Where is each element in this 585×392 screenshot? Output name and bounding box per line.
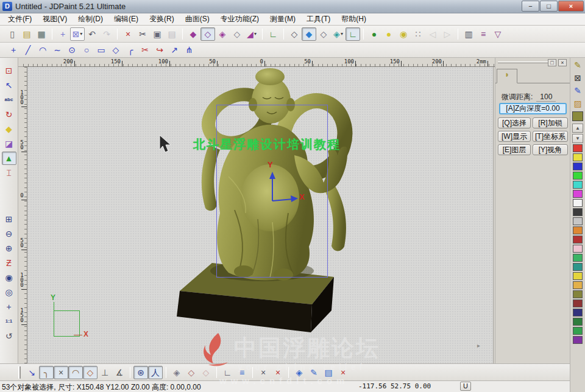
paste[interactable]: ▤	[165, 27, 179, 41]
view-shade[interactable]: ◢▾	[244, 27, 259, 41]
color-swatch-15[interactable]	[573, 281, 583, 289]
color-swatch-21[interactable]	[573, 336, 583, 344]
color-swatch-17[interactable]	[573, 299, 583, 307]
snap-center[interactable]: ◇	[184, 366, 199, 379]
color-edit[interactable]: ▨	[572, 97, 584, 110]
color-swatch-9[interactable]	[573, 226, 583, 234]
panel-button-t坐标系[interactable]: [T]坐标系	[533, 131, 568, 142]
menu-帮助H[interactable]: 帮助(H)	[336, 13, 372, 26]
rotate-view[interactable]: ↺	[2, 329, 16, 343]
multi-view[interactable]: ◈▾	[331, 27, 346, 41]
color-swatch-11[interactable]	[573, 245, 583, 253]
draw-rect[interactable]: ▭	[94, 43, 108, 57]
pick-cancel[interactable]: ×	[256, 366, 271, 379]
z-depth-button[interactable]: [A]Z向深度=0.00	[499, 103, 567, 114]
draw-ellipse[interactable]: ○	[79, 43, 94, 57]
draw-fillet[interactable]: ╭	[123, 43, 138, 57]
light-pick[interactable]: ◉	[396, 27, 411, 41]
view-solid[interactable]: ◆	[186, 27, 200, 41]
layer-manager[interactable]: ▥	[461, 27, 476, 41]
draw-circle[interactable]: ⊙	[65, 43, 79, 57]
minimize-button[interactable]: −	[522, 1, 539, 12]
redraw[interactable]: Ƶ	[2, 256, 16, 270]
color-swatch-19[interactable]	[573, 318, 583, 326]
menu-专业功能Z[interactable]: 专业功能(Z)	[215, 13, 264, 26]
align-bottom[interactable]: ∟	[220, 366, 235, 379]
copy[interactable]: ▣	[150, 27, 165, 41]
new-file[interactable]: ▯	[5, 27, 20, 41]
zoom-select[interactable]: ◎	[2, 285, 16, 299]
snap-tangent[interactable]: ◠	[68, 366, 83, 379]
toolpath-tool[interactable]: ⌶	[2, 166, 16, 180]
node-insert[interactable]: ◈	[292, 366, 307, 379]
next-view[interactable]: ▷	[440, 27, 455, 41]
menu-测量M[interactable]: 测量(M)	[264, 13, 301, 26]
panel-drag-grip[interactable]	[498, 61, 550, 63]
multi-view-dropdown[interactable]: ▾	[341, 31, 343, 37]
snap-angle[interactable]: ∡	[112, 366, 127, 379]
menu-文件F[interactable]: 文件(F)	[2, 13, 37, 26]
color-swatch-13[interactable]	[573, 263, 583, 271]
menu-编辑E[interactable]: 编辑(E)	[108, 13, 144, 26]
unit-toggle-button[interactable]: U	[460, 382, 471, 391]
text-tool[interactable]: abc	[2, 93, 16, 107]
relief-tool[interactable]: ▲	[2, 152, 16, 165]
draw-point[interactable]: +	[6, 43, 21, 57]
view-wireframe[interactable]: ◇	[200, 27, 215, 41]
smooth-tool[interactable]: ◪	[2, 137, 16, 150]
panel-button-y视角[interactable]: [Y]视角	[533, 144, 568, 155]
menu-工具T[interactable]: 工具(T)	[301, 13, 336, 26]
color-swatch-5[interactable]	[573, 190, 583, 198]
color-swatch-0[interactable]	[573, 144, 583, 152]
offset[interactable]: ↪	[152, 43, 167, 57]
menu-变换R[interactable]: 变换(R)	[144, 13, 180, 26]
panel-tab[interactable]: ◗	[497, 69, 517, 83]
snap-grid[interactable]: ⊛	[133, 366, 148, 379]
light-spot[interactable]: ●	[381, 27, 396, 41]
color-none[interactable]: ⊠	[572, 72, 584, 84]
light-main[interactable]: ●	[367, 27, 381, 41]
select-frame[interactable]: ⊠▾	[70, 27, 85, 41]
palette-scroll-down[interactable]: ▼	[572, 134, 583, 143]
color-swatch-6[interactable]	[573, 199, 583, 207]
panel-button-q选择[interactable]: [Q]选择	[498, 117, 531, 128]
node-edit-tool[interactable]: ↖	[2, 79, 16, 92]
snap-cursor[interactable]: ↘	[24, 366, 39, 379]
draw-line[interactable]: ╱	[21, 43, 35, 57]
select-frame-dropdown[interactable]: ▾	[80, 31, 82, 37]
array-copy[interactable]: ⋔	[182, 43, 196, 57]
open-file[interactable]: ▤	[20, 27, 34, 41]
draw-arc[interactable]: ◠	[35, 43, 50, 57]
snap-intersection[interactable]: ×	[54, 366, 68, 379]
snap-endpoint[interactable]: ╮	[39, 366, 54, 379]
snap-mid[interactable]: ◈	[169, 366, 184, 379]
panel-restore-button[interactable]: □	[548, 59, 556, 66]
surface-tool[interactable]: ◆	[2, 122, 16, 136]
cube-view[interactable]: ◇	[287, 27, 302, 41]
nudge-distance-value[interactable]: 100	[536, 93, 556, 102]
snap-perpendicular[interactable]: ⊥	[98, 366, 112, 379]
filter[interactable]: ▽	[491, 27, 505, 41]
color-swatch-14[interactable]	[573, 272, 583, 280]
zoom-window[interactable]: ⊞	[2, 212, 16, 226]
object-list[interactable]: ≡	[476, 27, 491, 41]
node-delete[interactable]: ×	[336, 366, 350, 379]
box-view[interactable]: ◇	[316, 27, 331, 41]
face-view[interactable]: ◆	[302, 27, 316, 41]
panel-button-r加锁[interactable]: [R]加锁	[533, 117, 568, 128]
delete[interactable]: ×	[121, 27, 135, 41]
menu-曲面S[interactable]: 曲面(S)	[180, 13, 215, 26]
snap-node[interactable]: 人	[148, 366, 163, 379]
zoom-out[interactable]: ⊖	[2, 227, 16, 240]
color-swatch-3[interactable]	[573, 172, 583, 180]
panel-button-e图层[interactable]: [E]图层	[498, 144, 531, 155]
trim[interactable]: ✂	[138, 43, 152, 57]
zoom-ratio[interactable]: 1:1	[2, 315, 16, 328]
color-swatch-4[interactable]	[573, 181, 583, 189]
cut[interactable]: ✂	[135, 27, 150, 41]
move-anchor[interactable]: +	[55, 27, 70, 41]
current-color-swatch[interactable]	[572, 111, 583, 121]
color-swatch-10[interactable]	[573, 236, 583, 243]
panel-close-button[interactable]: ×	[558, 59, 567, 66]
panel-button-w显示[interactable]: [W]显示	[498, 131, 531, 142]
